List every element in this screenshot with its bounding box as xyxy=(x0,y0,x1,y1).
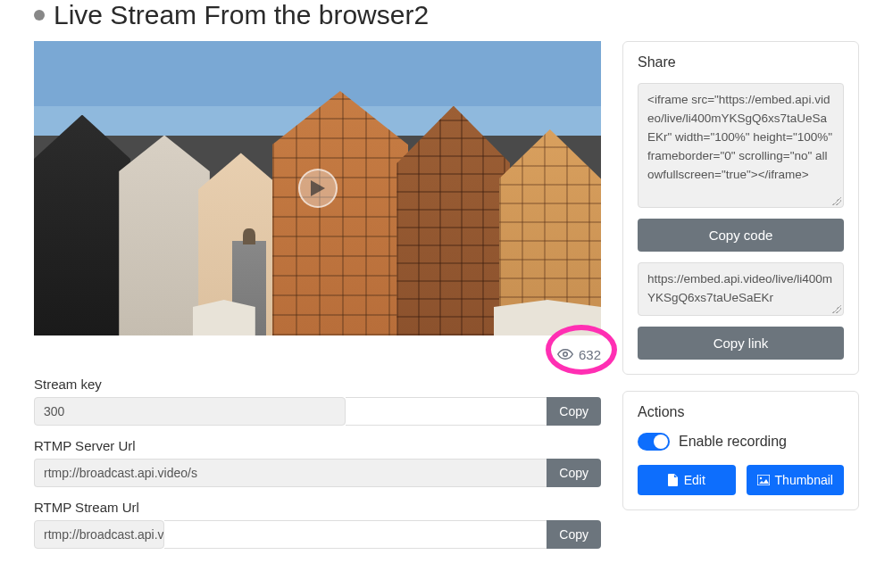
views-row: 632 xyxy=(34,335,601,373)
actions-heading: Actions xyxy=(638,404,844,420)
stream-key-label: Stream key xyxy=(34,377,601,392)
copy-link-button[interactable]: Copy link xyxy=(638,327,844,360)
copy-rtmp-stream-url-button[interactable]: Copy xyxy=(547,520,601,549)
eye-icon xyxy=(557,346,573,362)
resize-handle-icon[interactable] xyxy=(832,196,841,205)
resize-handle-icon[interactable] xyxy=(832,304,841,313)
view-count: 632 xyxy=(579,347,601,362)
rtmp-stream-url-spacer xyxy=(164,520,547,549)
actions-panel: Actions Enable recording Edit Thumbnail xyxy=(622,391,859,510)
enable-recording-toggle[interactable] xyxy=(638,433,670,451)
image-icon xyxy=(757,475,770,485)
stream-key-input[interactable]: 300 xyxy=(34,397,346,426)
edit-button[interactable]: Edit xyxy=(638,465,736,495)
video-preview[interactable] xyxy=(34,41,601,335)
copy-code-button[interactable]: Copy code xyxy=(638,219,844,252)
copy-stream-key-button[interactable]: Copy xyxy=(547,397,601,426)
file-icon xyxy=(668,474,679,486)
page-title: Live Stream From the browser2 xyxy=(54,0,429,30)
svg-point-2 xyxy=(759,477,761,479)
play-icon xyxy=(311,180,325,196)
share-panel: Share <iframe src="https://embed.api.vid… xyxy=(622,41,859,375)
thumbnail-button[interactable]: Thumbnail xyxy=(747,465,845,495)
rtmp-stream-url-label: RTMP Stream Url xyxy=(34,500,601,515)
svg-point-0 xyxy=(563,352,568,357)
share-heading: Share xyxy=(638,54,844,70)
title-row: Live Stream From the browser2 xyxy=(34,0,859,30)
status-dot-icon xyxy=(34,10,45,21)
rtmp-server-url-label: RTMP Server Url xyxy=(34,438,601,453)
enable-recording-label: Enable recording xyxy=(679,434,787,450)
play-button[interactable] xyxy=(298,169,338,208)
iframe-code-textarea[interactable]: <iframe src="https://embed.api.video/liv… xyxy=(638,83,844,208)
copy-rtmp-server-url-button[interactable]: Copy xyxy=(547,459,601,487)
rtmp-stream-url-input[interactable]: rtmp://broadcast.api.v xyxy=(34,520,164,549)
stream-key-spacer xyxy=(346,397,547,426)
share-link-textarea[interactable]: https://embed.api.video/live/li400mYKSgQ… xyxy=(638,262,844,316)
rtmp-server-url-input[interactable]: rtmp://broadcast.api.video/s xyxy=(34,459,547,487)
svg-rect-1 xyxy=(757,475,770,485)
